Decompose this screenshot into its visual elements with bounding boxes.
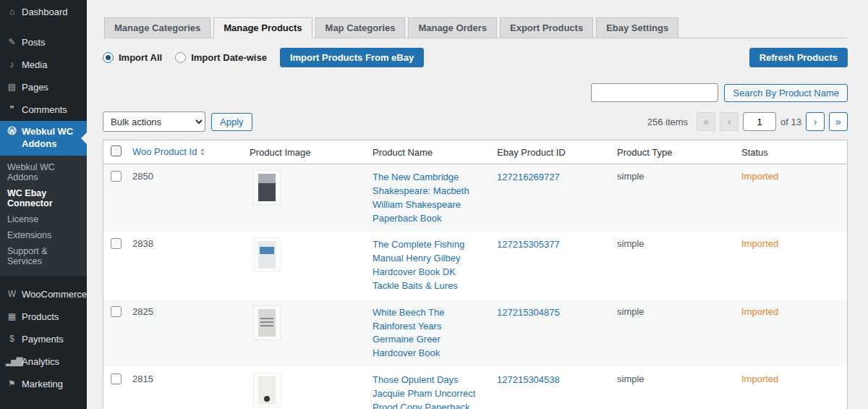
- products-table: Woo Product Id Product Image Product Nam…: [103, 140, 847, 409]
- sidebar-item-products[interactable]: ▦Products: [0, 306, 87, 329]
- column-header-status: Status: [734, 140, 847, 164]
- radio-import-all[interactable]: Import All: [103, 52, 162, 63]
- tab-map-categories[interactable]: Map Categories: [315, 17, 406, 38]
- sidebar-item-appearance[interactable]: ◩Appearance: [0, 404, 87, 409]
- ebay-product-id[interactable]: 127216269727: [497, 172, 560, 182]
- product-image-cell: [242, 367, 365, 409]
- product-image: [254, 171, 280, 204]
- radio-import-datewise[interactable]: Import Date-wise: [175, 52, 267, 63]
- book-cover: [258, 376, 276, 404]
- refresh-products-button[interactable]: Refresh Products: [749, 48, 848, 67]
- tab-export-products[interactable]: Export Products: [500, 17, 593, 38]
- last-page-button[interactable]: »: [829, 112, 848, 131]
- sidebar-item-webkul-wc-addons[interactable]: ⓌWebkul WC Addons: [0, 121, 87, 156]
- sidebar-item-label: Products: [22, 311, 59, 324]
- row-checkbox-cell: [103, 300, 125, 367]
- book-cover-accent: [264, 396, 270, 402]
- status-badge: Imported: [741, 171, 778, 182]
- product-image: [254, 306, 280, 340]
- search-row: Search By Product Name: [103, 83, 848, 102]
- sidebar-item-comments[interactable]: ❞Comments: [0, 99, 87, 122]
- submenu-item-license[interactable]: License: [0, 211, 87, 227]
- column-header-ebay-product-id: Ebay Product ID: [490, 140, 610, 164]
- import-products-button[interactable]: Import Products From eBay: [280, 48, 424, 67]
- row-checkbox[interactable]: [111, 238, 122, 249]
- main-content: Manage CategoriesManage ProductsMap Cate…: [87, 0, 868, 409]
- product-type-cell: simple: [610, 300, 734, 367]
- product-name-link[interactable]: The Complete Fishing Manual Henry Gilbey…: [373, 239, 464, 291]
- sidebar-submenu: Webkul WC AddonsWC Ebay ConnectorLicense…: [0, 156, 87, 276]
- product-name-link[interactable]: White Beech The Rainforest Years Germain…: [373, 307, 444, 359]
- tab-manage-products[interactable]: Manage Products: [213, 17, 312, 38]
- next-page-button[interactable]: ›: [806, 112, 825, 131]
- table-header-row: Woo Product Id Product Image Product Nam…: [103, 140, 847, 164]
- book-cover-accent: [260, 318, 273, 329]
- products-icon: ▦: [6, 311, 17, 323]
- sidebar-item-label: Webkul WC Addons: [22, 126, 81, 151]
- radio-import-all-control[interactable]: [103, 52, 114, 63]
- sidebar-item-label: Pages: [22, 82, 48, 94]
- bulk-actions: Bulk actions Apply: [103, 111, 252, 132]
- column-header-woo-product-id[interactable]: Woo Product Id: [132, 146, 197, 157]
- book-cover: [258, 241, 276, 269]
- ebay-product-id[interactable]: 127215304875: [497, 307, 560, 318]
- table-body: 2850The New Cambridge Shakespeare: Macbe…: [103, 164, 847, 409]
- status-cell: Imported: [734, 232, 847, 299]
- row-checkbox[interactable]: [111, 306, 122, 317]
- first-page-button[interactable]: «: [697, 112, 715, 131]
- table-row: 2850The New Cambridge Shakespeare: Macbe…: [103, 164, 847, 232]
- tab-ebay-settings[interactable]: Ebay Settings: [596, 17, 678, 38]
- submenu-item-wc-ebay-connector[interactable]: WC Ebay Connector: [0, 185, 87, 211]
- sort-icon[interactable]: [200, 146, 205, 158]
- column-header-product-name: Product Name: [365, 140, 490, 164]
- tab-manage-categories[interactable]: Manage Categories: [104, 17, 210, 38]
- sidebar-item-label: Comments: [22, 104, 67, 117]
- sidebar-item-woocommerce[interactable]: WWooCommerce: [0, 284, 87, 306]
- product-image: [254, 374, 280, 407]
- product-name-cell: The New Cambridge Shakespeare: Macbeth W…: [365, 164, 490, 232]
- marketing-icon: ⚑: [6, 379, 17, 390]
- prev-page-button[interactable]: ‹: [720, 112, 739, 131]
- book-cover: [258, 309, 276, 337]
- sidebar-item-dashboard[interactable]: ⌂Dashboard: [0, 1, 87, 24]
- ebay-product-id[interactable]: 127215304538: [497, 374, 560, 385]
- products-table-wrap: Woo Product Id Product Image Product Nam…: [103, 140, 848, 409]
- product-name-link[interactable]: Those Opulent Days Jacquie Pham Uncorrec…: [373, 374, 475, 409]
- sidebar-item-analytics[interactable]: ▂▅▇Analytics: [0, 351, 87, 374]
- book-cover-accent: [260, 247, 274, 254]
- sidebar-item-pages[interactable]: ▤Pages: [0, 77, 87, 99]
- select-all-checkbox[interactable]: [111, 146, 122, 156]
- apply-button[interactable]: Apply: [211, 113, 252, 131]
- ebay-product-id-cell: 127216269727: [490, 164, 610, 232]
- status-cell: Imported: [734, 300, 847, 367]
- sidebar-item-label: WooCommerce: [22, 289, 87, 301]
- list-toolbar: Bulk actions Apply 256 items « ‹ of 13 ›…: [103, 111, 848, 132]
- payments-icon: $: [6, 334, 17, 345]
- product-image-cell: [242, 164, 365, 232]
- submenu-item-support-services[interactable]: Support & Services: [0, 243, 87, 269]
- page: ⌂Dashboard✎Posts♪Media▤Pages❞CommentsⓌWe…: [0, 0, 868, 409]
- row-checkbox[interactable]: [111, 171, 122, 182]
- column-header-product-image: Product Image: [242, 140, 365, 164]
- radio-import-datewise-control[interactable]: [175, 52, 186, 63]
- sidebar-item-payments[interactable]: $Payments: [0, 329, 87, 351]
- items-count: 256 items: [647, 117, 688, 127]
- current-page-input[interactable]: [743, 112, 776, 131]
- analytics-icon: ▂▅▇: [6, 356, 17, 368]
- search-input[interactable]: [591, 83, 718, 102]
- tab-manage-orders[interactable]: Manage Orders: [408, 17, 497, 38]
- submenu-item-webkul-wc-addons[interactable]: Webkul WC Addons: [0, 159, 87, 185]
- sidebar-item-label: Media: [22, 59, 47, 72]
- product-name-link[interactable]: The New Cambridge Shakespeare: Macbeth W…: [373, 172, 469, 224]
- sidebar-item-media[interactable]: ♪Media: [0, 54, 87, 77]
- column-header-product-type: Product Type: [610, 140, 734, 164]
- row-checkbox[interactable]: [111, 374, 122, 384]
- ebay-product-id[interactable]: 127215305377: [497, 239, 560, 250]
- submenu-item-extensions[interactable]: Extensions: [0, 227, 87, 243]
- sidebar-item-marketing[interactable]: ⚑Marketing: [0, 374, 87, 396]
- table-row: 2825White Beech The Rainforest Years Ger…: [103, 300, 847, 367]
- sidebar-item-posts[interactable]: ✎Posts: [0, 32, 87, 54]
- bulk-actions-select[interactable]: Bulk actions: [103, 111, 205, 132]
- search-by-name-button[interactable]: Search By Product Name: [724, 84, 848, 102]
- table-row: 2838The Complete Fishing Manual Henry Gi…: [103, 232, 847, 299]
